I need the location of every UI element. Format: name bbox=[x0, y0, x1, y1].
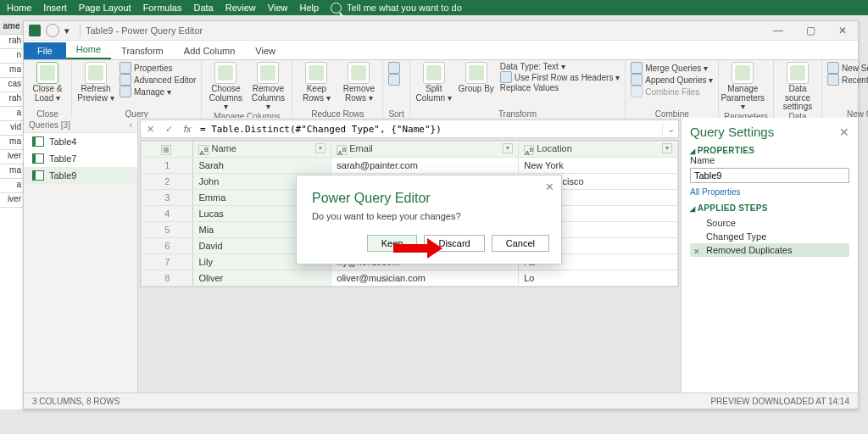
qat-dropdown[interactable]: ▾ bbox=[64, 25, 75, 36]
close-and-load-button[interactable]: Close & Load ▾ bbox=[29, 62, 66, 103]
close-settings-button[interactable]: ✕ bbox=[839, 125, 849, 139]
cancel-formula-button[interactable]: ✕ bbox=[141, 124, 159, 135]
cell[interactable]: n bbox=[0, 49, 23, 64]
filter-icon[interactable]: ▾ bbox=[315, 143, 326, 153]
excel-menu-item[interactable]: Insert bbox=[43, 3, 67, 13]
properties-button[interactable]: Properties bbox=[120, 62, 196, 74]
smiley-icon[interactable] bbox=[46, 24, 59, 37]
manage-parameters-button[interactable]: Manage Parameters ▾ bbox=[724, 62, 761, 112]
cell[interactable]: cas bbox=[0, 78, 23, 92]
query-item[interactable]: Table4 bbox=[24, 133, 137, 150]
step-item[interactable]: Source bbox=[690, 216, 849, 230]
manage-icon bbox=[120, 86, 131, 97]
advanced-editor-button[interactable]: Advanced Editor bbox=[120, 74, 196, 86]
queries-pane: Queries [3] ‹ Table4 Table7 Table9 bbox=[24, 118, 138, 393]
window-title: Table9 - Power Query Editor bbox=[86, 25, 203, 36]
sort-asc-button[interactable] bbox=[388, 62, 400, 74]
tab-transform[interactable]: Transform bbox=[111, 42, 174, 59]
table-row[interactable]: 8Oliveroliver@musician.comLo bbox=[142, 270, 678, 287]
keep-rows-button[interactable]: Keep Rows ▾ bbox=[298, 62, 335, 103]
cell[interactable]: rah bbox=[0, 92, 23, 107]
split-column-button[interactable]: Split Column ▾ bbox=[415, 62, 453, 103]
minimize-button[interactable]: — bbox=[768, 25, 788, 36]
collapse-button[interactable]: ‹ bbox=[130, 120, 132, 130]
cell[interactable]: a bbox=[0, 107, 23, 121]
manage-button[interactable]: Manage ▾ bbox=[120, 86, 196, 97]
cell[interactable]: rah bbox=[0, 35, 23, 49]
first-row-headers-button[interactable]: Use First Row as Headers ▾ bbox=[500, 71, 620, 83]
cell[interactable]: ma bbox=[0, 136, 23, 150]
excel-menu-bar: Home Insert Page Layout Formulas Data Re… bbox=[0, 0, 868, 15]
replace-values-button[interactable]: Replace Values bbox=[500, 83, 620, 92]
cell[interactable]: vid bbox=[0, 121, 23, 136]
cell[interactable]: iver bbox=[0, 150, 23, 164]
filter-icon[interactable]: ▾ bbox=[662, 143, 672, 153]
queries-header: Queries [3] bbox=[29, 120, 70, 130]
cell[interactable]: ma bbox=[0, 64, 23, 78]
step-item[interactable]: Changed Type bbox=[690, 230, 849, 243]
query-item[interactable]: Table7 bbox=[24, 150, 137, 167]
fx-label: fx bbox=[178, 124, 197, 134]
column-header-email[interactable]: ABEmail▾ bbox=[331, 142, 519, 158]
delete-step-icon[interactable] bbox=[693, 246, 703, 255]
merge-icon bbox=[631, 62, 643, 74]
refresh-preview-button[interactable]: Refresh Preview ▾ bbox=[77, 62, 114, 103]
tab-view[interactable]: View bbox=[245, 42, 286, 59]
status-right: PREVIEW DOWNLOADED AT 14:14 bbox=[710, 397, 849, 406]
close-window-button[interactable]: ✕ bbox=[832, 25, 853, 36]
maximize-button[interactable]: ▢ bbox=[800, 25, 821, 36]
remove-columns-button[interactable]: Remove Columns ▾ bbox=[249, 62, 287, 112]
column-header-location[interactable]: ABLocation▾ bbox=[519, 142, 678, 158]
remove-rows-button[interactable]: Remove Rows ▾ bbox=[340, 62, 377, 103]
combine-files-button[interactable]: Combine Files bbox=[631, 86, 713, 97]
table-corner[interactable]: ▦ bbox=[142, 142, 193, 158]
column-header-name[interactable]: ABName▾ bbox=[193, 142, 331, 158]
tab-file[interactable]: File bbox=[24, 42, 66, 59]
status-bar: 3 COLUMNS, 8 ROWS PREVIEW DOWNLOADED AT … bbox=[24, 392, 858, 409]
tab-home[interactable]: Home bbox=[66, 41, 111, 59]
excel-menu-item[interactable]: Data bbox=[193, 3, 213, 13]
choose-columns-button[interactable]: Choose Columns ▾ bbox=[207, 62, 244, 112]
new-source-button[interactable]: New Source ▾ bbox=[827, 62, 868, 74]
excel-menu-item[interactable]: Formulas bbox=[143, 3, 182, 13]
tab-add-column[interactable]: Add Column bbox=[174, 42, 246, 59]
step-item-selected[interactable]: Removed Duplicates bbox=[690, 243, 849, 257]
properties-icon bbox=[120, 62, 131, 74]
new-source-icon bbox=[827, 62, 839, 74]
append-queries-button[interactable]: Append Queries ▾ bbox=[631, 74, 713, 86]
headers-icon bbox=[500, 71, 512, 83]
sort-desc-icon bbox=[388, 74, 400, 86]
cancel-button[interactable]: Cancel bbox=[492, 235, 549, 252]
data-source-settings-button[interactable]: Data source settings bbox=[779, 62, 816, 112]
all-properties-link[interactable]: All Properties bbox=[690, 187, 849, 197]
cell[interactable]: iver bbox=[0, 193, 23, 208]
excel-menu-item[interactable]: Help bbox=[299, 3, 319, 13]
dialog-text: Do you want to keep your changes? bbox=[297, 211, 561, 235]
formula-input[interactable] bbox=[197, 124, 662, 135]
excel-menu-item[interactable]: Review bbox=[225, 3, 256, 13]
cell[interactable]: ma bbox=[0, 164, 23, 179]
tell-me[interactable]: Tell me what you want to do bbox=[331, 3, 462, 14]
recent-sources-button[interactable]: Recent Sources ▾ bbox=[827, 74, 868, 86]
group-by-button[interactable]: Group By bbox=[458, 62, 495, 94]
data-type-button[interactable]: Data Type: Text ▾ bbox=[500, 62, 620, 71]
sort-desc-button[interactable] bbox=[388, 74, 400, 86]
dialog-title: Power Query Editor bbox=[297, 175, 561, 211]
excel-menu-item[interactable]: Page Layout bbox=[79, 3, 131, 13]
accept-formula-button[interactable]: ✓ bbox=[159, 124, 178, 135]
excel-menu-item[interactable]: View bbox=[268, 3, 288, 13]
table-icon bbox=[32, 153, 44, 164]
table-row[interactable]: 1Sarahsarah@painter.comNew York bbox=[142, 158, 678, 174]
query-settings-pane: Query Settings✕ PROPERTIES Name All Prop… bbox=[681, 118, 858, 393]
dialog-close-button[interactable]: ✕ bbox=[545, 181, 554, 193]
recent-icon bbox=[827, 74, 839, 86]
query-item-selected[interactable]: Table9 bbox=[24, 167, 137, 184]
query-name-input[interactable] bbox=[690, 168, 849, 183]
cell[interactable]: a bbox=[0, 179, 23, 193]
column-header[interactable]: ame bbox=[0, 20, 23, 35]
excel-menu-item[interactable]: Home bbox=[7, 3, 31, 13]
ribbon: Close & Load ▾ Close Refresh Preview ▾ P… bbox=[24, 60, 858, 120]
filter-icon[interactable]: ▾ bbox=[503, 143, 513, 153]
expand-formula-button[interactable]: ⌄ bbox=[662, 124, 678, 135]
merge-queries-button[interactable]: Merge Queries ▾ bbox=[631, 62, 713, 74]
